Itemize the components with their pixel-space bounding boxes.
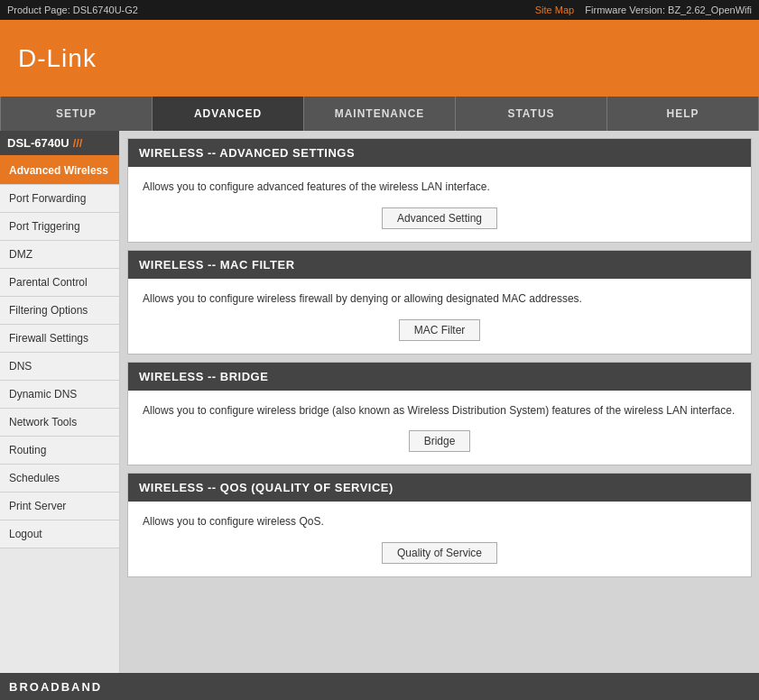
nav-tab-advanced[interactable]: ADVANCED	[153, 97, 304, 131]
sidebar-item-firewall-settings[interactable]: Firewall Settings	[0, 325, 119, 353]
section-header-qos: WIRELESS -- QOS (QUALITY OF SERVICE)	[128, 474, 751, 502]
section-btn-area-mac-filter: MAC Filter	[143, 319, 736, 341]
firmware-label: Firmware Version: BZ_2.62_OpenWifi	[585, 5, 752, 15]
section-btn-area-qos: Quality of Service	[143, 542, 736, 564]
sidebar-item-dynamic-dns[interactable]: Dynamic DNS	[0, 381, 119, 409]
section-header-bridge: WIRELESS -- BRIDGE	[128, 363, 751, 391]
nav-tab-maintenance[interactable]: MAINTENANCE	[304, 97, 456, 131]
section-desc-qos: Allows you to configure wireless QoS.	[143, 514, 736, 530]
section-btn-mac-filter[interactable]: MAC Filter	[399, 319, 481, 341]
sidebar-item-filtering-options[interactable]: Filtering Options	[0, 297, 119, 325]
sidebar-title: DSL-6740U///	[0, 131, 119, 157]
section-btn-area-advanced-settings: Advanced Setting	[143, 207, 736, 229]
section-body-bridge: Allows you to configure wireless bridge …	[128, 391, 751, 465]
sidebar-item-dns[interactable]: DNS	[0, 353, 119, 381]
sidebar-item-port-triggering[interactable]: Port Triggering	[0, 213, 119, 241]
sidebar-items: Advanced WirelessPort ForwardingPort Tri…	[0, 157, 119, 548]
sitemap-link[interactable]: Site Map	[535, 5, 574, 15]
sidebar-item-schedules[interactable]: Schedules	[0, 465, 119, 493]
section-body-qos: Allows you to configure wireless QoS.Qua…	[128, 502, 751, 576]
nav-tab-help[interactable]: HELP	[607, 97, 759, 131]
sections-container: WIRELESS -- ADVANCED SETTINGSAllows you …	[127, 138, 752, 577]
sidebar-item-advanced-wireless[interactable]: Advanced Wireless	[0, 157, 119, 185]
main-layout: DSL-6740U/// Advanced WirelessPort Forwa…	[0, 131, 759, 673]
sidebar: DSL-6740U/// Advanced WirelessPort Forwa…	[0, 131, 120, 673]
section-btn-bridge[interactable]: Bridge	[409, 430, 471, 452]
sidebar-item-routing[interactable]: Routing	[0, 437, 119, 465]
top-bar-right: Site Map Firmware Version: BZ_2.62_OpenW…	[535, 5, 752, 15]
nav-tab-status[interactable]: STATUS	[456, 97, 607, 131]
sidebar-item-dmz[interactable]: DMZ	[0, 241, 119, 269]
sidebar-slashes: ///	[73, 136, 83, 150]
section-btn-advanced-settings[interactable]: Advanced Setting	[382, 207, 497, 229]
content-area: WIRELESS -- ADVANCED SETTINGSAllows you …	[120, 131, 759, 673]
nav-tab-setup[interactable]: SETUP	[0, 97, 153, 131]
section-qos: WIRELESS -- QOS (QUALITY OF SERVICE)Allo…	[127, 473, 752, 577]
section-mac-filter: WIRELESS -- MAC FILTERAllows you to conf…	[127, 250, 752, 355]
section-advanced-settings: WIRELESS -- ADVANCED SETTINGSAllows you …	[127, 138, 752, 243]
product-label: Product Page: DSL6740U-G2	[7, 5, 138, 15]
section-header-advanced-settings: WIRELESS -- ADVANCED SETTINGS	[128, 139, 751, 167]
header: D-Link	[0, 20, 759, 97]
nav-tabs: SETUPADVANCEDMAINTENANCESTATUSHELP	[0, 97, 759, 131]
footer: BROADBAND	[0, 673, 759, 700]
section-body-mac-filter: Allows you to configure wireless firewal…	[128, 279, 751, 354]
sidebar-title-text: DSL-6740U	[7, 136, 69, 150]
sidebar-item-port-forwarding[interactable]: Port Forwarding	[0, 185, 119, 213]
sidebar-item-print-server[interactable]: Print Server	[0, 493, 119, 520]
logo: D-Link	[18, 44, 97, 73]
section-btn-qos[interactable]: Quality of Service	[382, 542, 497, 564]
section-header-mac-filter: WIRELESS -- MAC FILTER	[128, 251, 751, 279]
section-desc-advanced-settings: Allows you to configure advanced feature…	[143, 180, 736, 195]
section-desc-bridge: Allows you to configure wireless bridge …	[143, 403, 736, 419]
sidebar-item-logout[interactable]: Logout	[0, 520, 119, 548]
top-bar: Product Page: DSL6740U-G2 Site Map Firmw…	[0, 0, 759, 20]
section-body-advanced-settings: Allows you to configure advanced feature…	[128, 167, 751, 242]
footer-label: BROADBAND	[9, 680, 102, 694]
section-bridge: WIRELESS -- BRIDGEAllows you to configur…	[127, 362, 752, 466]
sidebar-item-network-tools[interactable]: Network Tools	[0, 409, 119, 437]
section-desc-mac-filter: Allows you to configure wireless firewal…	[143, 291, 736, 307]
logo-text: D-Link	[18, 44, 97, 72]
section-btn-area-bridge: Bridge	[143, 430, 736, 452]
sidebar-item-parental-control[interactable]: Parental Control	[0, 269, 119, 297]
